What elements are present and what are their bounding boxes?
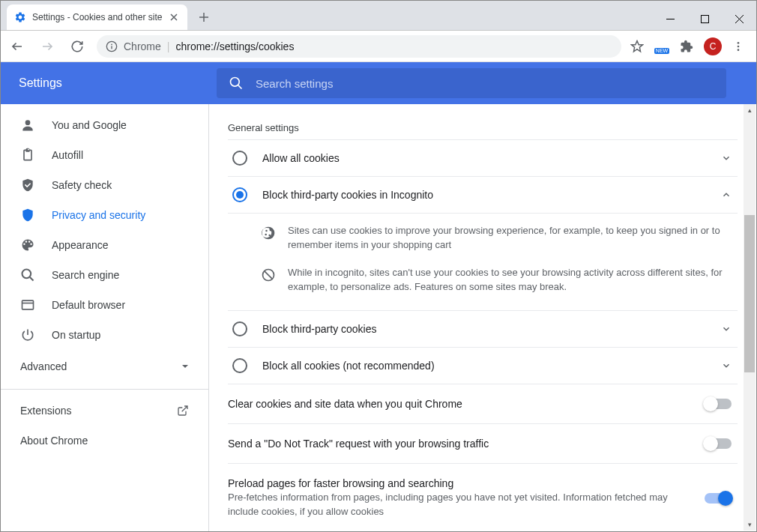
sidebar-item-label: You and Google xyxy=(52,119,127,131)
clipboard-icon xyxy=(20,148,35,163)
close-window-button[interactable] xyxy=(722,7,756,30)
settings-title: Settings xyxy=(19,76,193,90)
address-bar[interactable]: Chrome | chrome://settings/cookies xyxy=(97,35,621,58)
shield-icon xyxy=(20,208,35,223)
desc-text: While in incognito, sites can't use your… xyxy=(288,266,732,294)
radio-icon xyxy=(232,321,247,336)
search-icon xyxy=(229,76,244,91)
toggle-switch[interactable] xyxy=(705,438,732,449)
svg-rect-0 xyxy=(701,15,708,22)
titlebar: Settings - Cookies and other site xyxy=(1,1,756,31)
radio-label: Block third-party cookies xyxy=(262,323,706,335)
chevron-down-icon[interactable] xyxy=(721,360,732,371)
search-placeholder: Search settings xyxy=(256,77,333,90)
minimize-button[interactable] xyxy=(653,7,687,30)
svg-rect-3 xyxy=(111,46,112,49)
svg-point-9 xyxy=(22,270,31,279)
svg-point-7 xyxy=(231,78,240,87)
sidebar-item-appearance[interactable]: Appearance xyxy=(1,230,208,260)
search-icon xyxy=(20,267,35,282)
sidebar-item-safety-check[interactable]: Safety check xyxy=(1,170,208,200)
browser-icon xyxy=(20,297,35,312)
toggle-label: Preload pages for faster browsing and se… xyxy=(228,477,693,489)
svg-point-4 xyxy=(738,42,740,44)
profile-avatar[interactable]: C xyxy=(704,37,722,55)
url-separator: | xyxy=(167,40,170,52)
chevron-down-icon[interactable] xyxy=(721,153,732,163)
toggle-do-not-track[interactable]: Send a "Do Not Track" request with your … xyxy=(228,423,738,463)
close-tab-icon[interactable] xyxy=(168,11,180,23)
radio-block-third-party[interactable]: Block third-party cookies xyxy=(228,310,738,347)
sidebar-item-privacy-security[interactable]: Privacy and security xyxy=(1,200,208,230)
sidebar-about-chrome[interactable]: About Chrome xyxy=(1,426,208,456)
radio-icon xyxy=(232,151,247,166)
extensions-puzzle-icon[interactable] xyxy=(680,40,693,53)
site-info-icon[interactable] xyxy=(106,40,118,52)
sidebar-item-on-startup[interactable]: On startup xyxy=(1,320,208,350)
section-title: General settings xyxy=(228,122,738,133)
main-content: General settings Allow all cookies Block… xyxy=(209,104,756,531)
cookie-icon xyxy=(261,226,276,241)
radio-icon-selected xyxy=(232,187,247,202)
sidebar: You and Google Autofill Safety check Pri… xyxy=(1,104,209,531)
forward-button[interactable] xyxy=(37,36,58,57)
scroll-down-icon[interactable]: ▾ xyxy=(744,519,756,531)
svg-point-6 xyxy=(738,49,740,51)
svg-point-8 xyxy=(25,120,31,125)
sidebar-item-label: Autofill xyxy=(52,149,83,161)
sidebar-item-default-browser[interactable]: Default browser xyxy=(1,290,208,320)
scrollbar-vertical[interactable]: ▴ ▾ xyxy=(744,104,756,531)
radio-label: Block all cookies (not recommended) xyxy=(262,360,706,372)
url-prefix: Chrome xyxy=(124,40,161,52)
sidebar-item-label: Safety check xyxy=(52,179,112,191)
sidebar-extensions[interactable]: Extensions xyxy=(1,396,208,426)
toggle-switch-on[interactable] xyxy=(705,493,732,504)
bookmark-star-icon[interactable] xyxy=(630,40,644,53)
radio-block-all-cookies[interactable]: Block all cookies (not recommended) xyxy=(228,347,738,384)
toggle-sublabel: Pre-fetches information from pages, incl… xyxy=(228,491,693,518)
radio-block-third-party-incognito[interactable]: Block third-party cookies in Incognito xyxy=(228,176,738,213)
sidebar-item-autofill[interactable]: Autofill xyxy=(1,140,208,170)
new-tab-button[interactable] xyxy=(193,7,214,28)
scroll-up-icon[interactable]: ▴ xyxy=(744,104,756,116)
scroll-thumb[interactable] xyxy=(744,215,755,372)
chevron-up-icon[interactable] xyxy=(721,190,732,200)
sidebar-item-label: Search engine xyxy=(52,269,119,281)
back-button[interactable] xyxy=(7,36,28,57)
sidebar-advanced[interactable]: Advanced xyxy=(1,350,208,383)
sidebar-item-label: Appearance xyxy=(52,239,109,251)
about-label: About Chrome xyxy=(20,435,88,447)
radio-icon xyxy=(232,358,247,373)
url-text: chrome://settings/cookies xyxy=(175,40,294,52)
maximize-button[interactable] xyxy=(687,7,722,30)
svg-rect-10 xyxy=(22,300,34,309)
shield-check-icon xyxy=(20,178,35,193)
power-icon xyxy=(20,327,35,342)
toggle-clear-on-quit[interactable]: Clear cookies and site data when you qui… xyxy=(228,384,738,423)
sidebar-item-you-and-google[interactable]: You and Google xyxy=(1,110,208,140)
browser-toolbar: Chrome | chrome://settings/cookies NEW C xyxy=(1,31,756,62)
svg-point-2 xyxy=(111,43,112,45)
divider xyxy=(1,389,208,390)
sidebar-item-search-engine[interactable]: Search engine xyxy=(1,260,208,290)
new-extension-badge[interactable]: NEW xyxy=(654,40,669,53)
search-settings-input[interactable]: Search settings xyxy=(217,68,726,98)
sidebar-item-label: Default browser xyxy=(52,299,125,311)
extensions-label: Extensions xyxy=(20,405,71,417)
svg-point-5 xyxy=(738,45,740,47)
window-controls xyxy=(653,12,756,30)
chevron-down-icon[interactable] xyxy=(721,324,732,334)
radio-allow-all-cookies[interactable]: Allow all cookies xyxy=(228,139,738,176)
external-link-icon xyxy=(177,405,189,417)
toggle-switch[interactable] xyxy=(705,399,732,409)
toggle-preload-pages[interactable]: Preload pages for faster browsing and se… xyxy=(228,463,738,518)
sidebar-item-label: Privacy and security xyxy=(52,209,145,221)
gear-icon xyxy=(14,11,26,23)
radio-description-block: Sites can use cookies to improve your br… xyxy=(228,213,738,310)
reload-button[interactable] xyxy=(67,36,88,57)
toggle-label: Send a "Do Not Track" request with your … xyxy=(228,438,693,450)
chrome-menu-icon[interactable] xyxy=(732,40,744,52)
browser-tab[interactable]: Settings - Cookies and other site xyxy=(7,4,187,30)
block-icon xyxy=(261,267,276,282)
chevron-down-icon xyxy=(181,363,189,370)
